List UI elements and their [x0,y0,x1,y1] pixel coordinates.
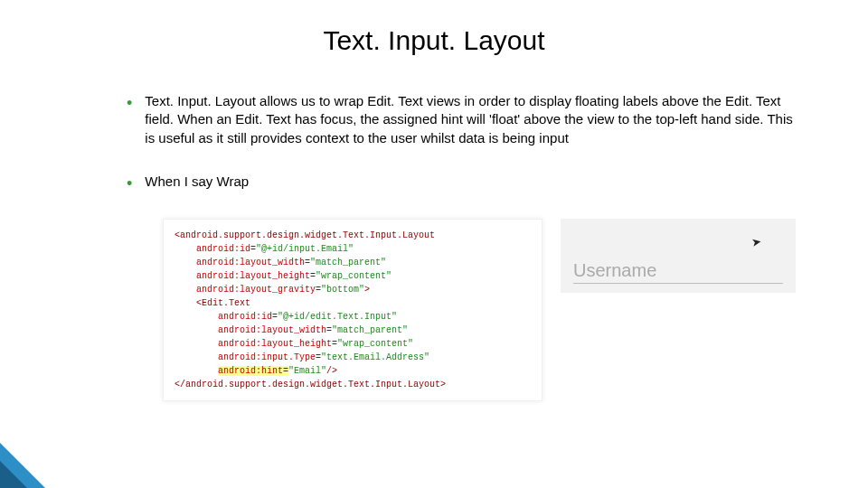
code-token: android:layout_width [218,325,326,335]
code-token: android:input.Type [218,352,316,362]
code-token: android:layout_height [196,271,310,281]
code-token: android:hint [218,366,283,376]
code-token: android:id [218,312,272,322]
code-token: "text.Email.Address" [321,352,429,362]
code-snippet: <android.support.design.widget.Text.Inpu… [163,219,542,401]
slide-title: Text. Input. Layout [36,25,832,56]
ui-preview: ➤ Username [561,219,796,293]
code-token: <Edit.Text [196,298,250,308]
bullet-item-2: • When I say Wrap [127,173,805,194]
code-token: <android.support.design.widget.Text.Inpu… [175,230,435,240]
code-token: "match_parent" [332,325,408,335]
code-token: > [364,285,370,295]
code-token: "Email" [288,366,326,376]
bullet-dot-icon: • [127,94,132,114]
corner-accent-icon [0,461,27,488]
bullet-dot-icon: • [127,174,132,194]
username-field[interactable]: Username [573,260,783,284]
code-token: "@+id/input.Email" [256,244,354,254]
content-row: <android.support.design.widget.Text.Inpu… [163,219,832,401]
code-token: </android.support.design.widget.Text.Inp… [175,380,446,389]
code-token: /> [326,366,337,376]
bullet-text: Text. Input. Layout allows us to wrap Ed… [145,92,805,147]
bullet-text: When I say Wrap [145,173,249,191]
code-token: "@+id/edit.Text.Input" [278,312,397,322]
code-token: android:id [196,244,250,254]
bullet-item-1: • Text. Input. Layout allows us to wrap … [127,92,805,147]
code-token: "wrap_content" [316,271,392,281]
code-token: "wrap_content" [337,339,413,349]
code-token: android:layout_height [218,339,332,349]
code-token: android:layout_gravity [196,285,316,295]
code-token: "match_parent" [310,258,386,267]
slide: Text. Input. Layout • Text. Input. Layou… [0,0,868,488]
cursor-icon: ➤ [750,235,762,250]
code-token: android:layout_width [196,258,305,267]
code-token: "bottom" [321,285,364,295]
